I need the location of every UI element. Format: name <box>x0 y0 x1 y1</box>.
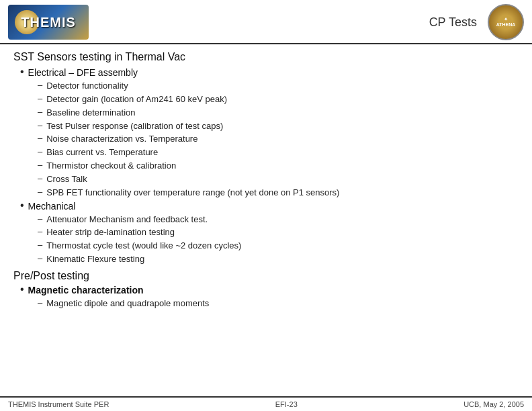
dash-icon: – <box>38 240 42 250</box>
list-item: – Magnetic dipole and quadrapole moments <box>38 298 519 310</box>
bullet-electrical: • Electrical – DFE assembly <box>20 67 519 78</box>
dash-icon: – <box>38 133 42 143</box>
electrical-sublist: – Detector functionality – Detector gain… <box>38 80 519 199</box>
header: THEMIS CP Tests ✦ATHENA <box>0 0 532 44</box>
footer-left: THEMIS Instrument Suite PER <box>8 400 109 408</box>
sub-text: Magnetic dipole and quadrapole moments <box>46 298 209 310</box>
bullet-dot-3: • <box>20 283 24 295</box>
dash-icon: – <box>38 253 42 263</box>
bullet-electrical-label: Electrical – DFE assembly <box>28 67 138 78</box>
sub-text: Heater strip de-lamination testing <box>46 226 175 239</box>
list-item: – SPB FET functionality over temperature… <box>38 187 519 199</box>
bullet-magnetic: • Magnetic characterization <box>20 285 519 295</box>
sub-text: Noise characterization vs. Temperature <box>46 133 197 146</box>
main-content: SST Sensors testing in Thermal Vac • Ele… <box>0 44 532 316</box>
bullet-dot-2: • <box>20 199 24 212</box>
dash-icon: – <box>38 80 42 90</box>
logo-area: THEMIS <box>8 5 89 40</box>
list-item: – Detector functionality <box>38 80 519 93</box>
list-item: – Noise characterization vs. Temperature <box>38 133 519 146</box>
sub-text: Thermostat cycle test (would like ~2 doz… <box>46 240 241 253</box>
list-item: – Test Pulser response (calibration of t… <box>38 120 519 133</box>
header-title: CP Tests <box>89 15 488 30</box>
dash-icon: – <box>38 146 42 156</box>
sub-text: Attenuator Mechanism and feedback test. <box>46 214 208 226</box>
sub-text: Detector gain (location of Am241 60 keV … <box>46 93 227 106</box>
section2-title: Pre/Post testing <box>13 270 519 282</box>
list-item: – Attenuator Mechanism and feedback test… <box>38 214 519 226</box>
list-item: – Detector gain (location of Am241 60 ke… <box>38 93 519 106</box>
sub-text: SPB FET functionality over temperature r… <box>46 187 339 199</box>
footer-center: EFI-23 <box>275 400 298 408</box>
sub-text: Detector functionality <box>46 80 128 93</box>
mechanical-sublist: – Attenuator Mechanism and feedback test… <box>38 214 519 266</box>
logo-box: THEMIS <box>8 5 89 40</box>
list-item: – Thermistor checkout & calibration <box>38 160 519 173</box>
footer: THEMIS Instrument Suite PER EFI-23 UCB, … <box>0 396 532 411</box>
dash-icon: – <box>38 298 42 308</box>
sub-text: Baseline determination <box>46 107 135 120</box>
list-item: – Kinematic Flexure testing <box>38 253 519 266</box>
sub-text: Cross Talk <box>46 173 87 186</box>
dash-icon: – <box>38 173 42 183</box>
list-item: – Bias current vs. Temperature <box>38 146 519 159</box>
bullet-magnetic-label: Magnetic characterization <box>28 285 144 295</box>
list-item: – Baseline determination <box>38 107 519 120</box>
magnetic-sublist: – Magnetic dipole and quadrapole moments <box>38 298 519 310</box>
footer-right: UCB, May 2, 2005 <box>463 400 524 408</box>
dash-icon: – <box>38 226 42 236</box>
dash-icon: – <box>38 160 42 170</box>
dash-icon: – <box>38 120 42 130</box>
section1-title: SST Sensors testing in Thermal Vac <box>13 51 519 63</box>
sub-text: Test Pulser response (calibration of tes… <box>46 120 223 133</box>
bullet-mechanical: • Mechanical <box>20 201 519 212</box>
list-item: – Heater strip de-lamination testing <box>38 226 519 239</box>
list-item: – Cross Talk <box>38 173 519 186</box>
bullet-dot-1: • <box>20 66 24 78</box>
list-item: – Thermostat cycle test (would like ~2 d… <box>38 240 519 253</box>
dash-icon: – <box>38 214 42 224</box>
badge-circle: ✦ATHENA <box>488 4 524 40</box>
sub-text: Bias current vs. Temperature <box>46 146 158 159</box>
dash-icon: – <box>38 107 42 117</box>
sub-text: Kinematic Flexure testing <box>46 253 144 266</box>
sub-text: Thermistor checkout & calibration <box>46 160 176 173</box>
dash-icon: – <box>38 187 42 197</box>
dash-icon: – <box>38 93 42 103</box>
badge-text: ✦ATHENA <box>496 17 516 28</box>
logo-text: THEMIS <box>21 15 76 30</box>
bullet-mechanical-label: Mechanical <box>28 201 76 212</box>
